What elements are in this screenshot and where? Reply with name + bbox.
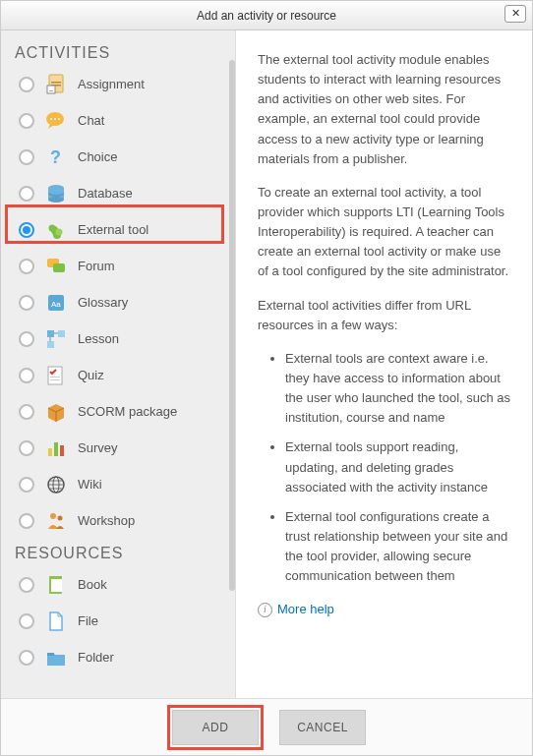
external-tool-icon — [44, 218, 68, 242]
svg-text:?: ? — [50, 147, 61, 167]
info-icon: i — [258, 603, 272, 617]
svg-rect-3 — [47, 86, 55, 93]
radio[interactable] — [19, 440, 34, 456]
close-button[interactable]: ✕ — [504, 5, 526, 23]
database-icon — [44, 182, 68, 205]
activity-survey[interactable]: Survey — [1, 430, 235, 466]
radio[interactable] — [19, 513, 34, 529]
svg-point-7 — [54, 118, 56, 120]
desc-bullet: External tool configurations create a tr… — [285, 507, 512, 587]
svg-point-12 — [48, 197, 64, 203]
svg-rect-29 — [60, 445, 64, 456]
radio[interactable] — [19, 222, 34, 238]
dialog-title: Add an activity or resource — [197, 9, 336, 23]
desc-bullets: External tools are context aware i.e. th… — [258, 349, 512, 587]
quiz-icon — [44, 364, 68, 387]
svg-point-15 — [49, 224, 56, 231]
activity-label: SCORM package — [78, 404, 177, 419]
activity-chat[interactable]: Chat — [1, 102, 235, 139]
forum-icon — [44, 255, 68, 278]
radio[interactable] — [19, 613, 34, 629]
radio[interactable] — [19, 259, 34, 274]
resource-label: Folder — [78, 650, 114, 665]
add-button-highlight: ADD — [167, 705, 264, 750]
activity-list-panel: ACTIVITIES Assignment Chat ? Choice Data… — [1, 30, 235, 698]
resource-label: Book — [78, 577, 107, 592]
resource-file[interactable]: File — [1, 603, 235, 639]
glossary-icon: Aa — [44, 291, 68, 315]
more-help-link[interactable]: More help — [277, 600, 334, 619]
activity-lesson[interactable]: Lesson — [1, 320, 235, 357]
svg-point-6 — [50, 118, 52, 120]
dialog-footer: ADD CANCEL — [1, 698, 532, 755]
svg-point-32 — [50, 513, 56, 519]
svg-rect-1 — [51, 82, 61, 84]
svg-rect-37 — [47, 653, 54, 656]
activity-choice[interactable]: ? Choice — [1, 139, 235, 175]
radio[interactable] — [19, 331, 34, 347]
resource-book[interactable]: Book — [1, 566, 235, 603]
activity-label: Forum — [78, 259, 115, 273]
svg-rect-25 — [50, 377, 60, 378]
workshop-icon — [44, 509, 68, 533]
activity-label: Workshop — [78, 513, 135, 528]
activity-label: Choice — [78, 149, 117, 164]
svg-rect-23 — [47, 341, 54, 348]
activity-quiz[interactable]: Quiz — [1, 357, 235, 393]
svg-rect-18 — [53, 263, 65, 272]
dialog-body: ACTIVITIES Assignment Chat ? Choice Data… — [1, 30, 532, 698]
svg-rect-27 — [48, 448, 52, 456]
cancel-button[interactable]: CANCEL — [279, 710, 366, 745]
more-help[interactable]: i More help — [258, 600, 512, 619]
svg-rect-28 — [54, 442, 58, 456]
left-scrollbar[interactable] — [229, 60, 235, 591]
description-panel: The external tool activity module enable… — [235, 30, 532, 698]
activity-external-tool[interactable]: External tool — [1, 211, 235, 248]
radio[interactable] — [19, 77, 34, 92]
activity-label: Chat — [78, 113, 104, 128]
desc-bullet: External tools support reading, updating… — [285, 437, 512, 496]
activity-workshop[interactable]: Workshop — [1, 502, 235, 539]
resource-folder[interactable]: Folder — [1, 639, 235, 675]
radio[interactable] — [19, 477, 34, 493]
activity-label: Survey — [78, 440, 117, 455]
svg-text:Aa: Aa — [51, 300, 61, 309]
desc-paragraph: External tool activities differ from URL… — [258, 296, 512, 335]
survey-icon — [44, 436, 68, 460]
scorm-icon — [44, 400, 68, 424]
radio[interactable] — [19, 295, 34, 311]
activity-glossary[interactable]: Aa Glossary — [1, 284, 235, 320]
svg-rect-21 — [47, 330, 54, 337]
activity-database[interactable]: Database — [1, 175, 235, 211]
radio[interactable] — [19, 113, 34, 129]
radio[interactable] — [19, 186, 34, 202]
svg-point-8 — [58, 118, 60, 120]
activity-label: Wiki — [78, 477, 102, 492]
dialog-titlebar: Add an activity or resource ✕ — [1, 1, 532, 30]
activity-forum[interactable]: Forum — [1, 248, 235, 284]
choice-icon: ? — [44, 145, 68, 169]
activity-scorm[interactable]: SCORM package — [1, 393, 235, 430]
section-resources: RESOURCES — [1, 539, 235, 566]
activity-assignment[interactable]: Assignment — [1, 66, 235, 102]
radio[interactable] — [19, 650, 34, 666]
wiki-icon — [44, 473, 68, 496]
svg-point-14 — [48, 189, 64, 195]
radio[interactable] — [19, 368, 34, 383]
activity-wiki[interactable]: Wiki — [1, 466, 235, 502]
lesson-icon — [44, 327, 68, 351]
svg-point-16 — [56, 228, 63, 235]
svg-rect-36 — [51, 576, 62, 579]
radio[interactable] — [19, 149, 34, 165]
resource-label: File — [78, 613, 98, 628]
svg-rect-22 — [58, 330, 65, 337]
book-icon — [44, 573, 68, 597]
activity-label: Quiz — [78, 368, 104, 382]
desc-bullet: External tools are context aware i.e. th… — [285, 349, 512, 429]
radio[interactable] — [19, 404, 34, 420]
radio[interactable] — [19, 577, 34, 593]
folder-icon — [44, 646, 68, 669]
activity-label: Database — [78, 186, 133, 201]
add-button[interactable]: ADD — [172, 710, 259, 745]
activity-label: Lesson — [78, 331, 119, 346]
